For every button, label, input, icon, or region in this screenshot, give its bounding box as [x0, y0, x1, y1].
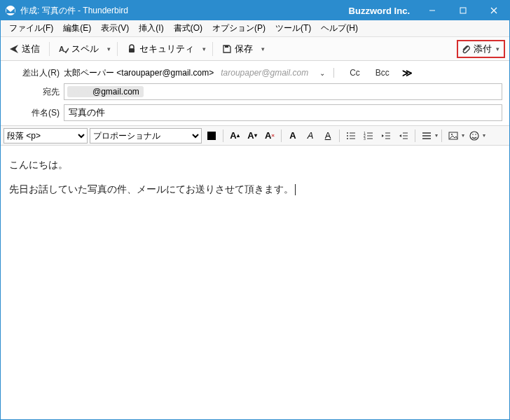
remove-format-button[interactable]: A× [262, 128, 277, 144]
send-button[interactable]: 送信 [5, 40, 44, 58]
headers-panel: 差出人(R) 太郎ペーパー <taroupaper@gmail.com> tar… [1, 61, 509, 126]
svg-rect-7 [225, 46, 228, 48]
svg-text:A: A [59, 45, 64, 53]
from-value[interactable]: 太郎ペーパー <taroupaper@gmail.com> [64, 67, 214, 79]
toolbar: 送信 A スペル ▾ セキュリティ ▾ 保存 ▾ 添付 ▾ [1, 37, 509, 61]
security-dropdown[interactable]: ▾ [201, 46, 207, 52]
body-line: 先日お話していた写真の件、メールにてお送りさせて頂きます。 [9, 180, 501, 199]
subject-input[interactable] [64, 104, 502, 121]
text-color-button[interactable] [204, 128, 219, 144]
menu-help[interactable]: ヘルプ(H) [317, 21, 362, 36]
minimize-button[interactable] [417, 1, 448, 20]
emoji-button[interactable] [467, 128, 482, 144]
close-button[interactable] [478, 1, 509, 20]
save-label: 保存 [235, 43, 253, 55]
body-line: こんにちは。 [9, 155, 501, 174]
menu-file[interactable]: ファイル(F) [5, 21, 57, 36]
spell-button[interactable]: A スペル [55, 40, 103, 58]
separator [339, 130, 340, 142]
recipient-pill[interactable]: xxxxx@gmail.com [67, 86, 144, 97]
window-title: 作成: 写真の件 - Thunderbird [20, 5, 128, 17]
svg-point-32 [470, 132, 478, 140]
align-dropdown[interactable]: ▾ [435, 132, 438, 139]
svg-point-31 [451, 134, 453, 135]
from-dropdown[interactable]: ⌄ [319, 69, 325, 77]
attach-button[interactable]: 添付 ▾ [457, 40, 505, 58]
svg-point-34 [475, 134, 476, 135]
cc-button[interactable]: Cc [345, 66, 364, 79]
svg-point-11 [347, 135, 348, 136]
to-input[interactable]: xxxxx@gmail.com [64, 83, 502, 100]
separator [441, 130, 442, 142]
titlebar: 作成: 写真の件 - Thunderbird Buzzword Inc. [1, 1, 509, 20]
svg-rect-6 [129, 48, 135, 52]
menu-tools[interactable]: ツール(T) [271, 21, 315, 36]
from-grayed: taroupaper@gmail.com [221, 68, 308, 78]
bullet-list-button[interactable] [343, 128, 359, 144]
svg-point-9 [347, 132, 348, 134]
font-size-decrease-button[interactable]: A▾ [244, 128, 260, 144]
attach-dropdown[interactable]: ▾ [495, 46, 501, 52]
from-label: 差出人(R) [8, 67, 60, 79]
separator [333, 68, 334, 78]
align-button[interactable] [419, 128, 434, 144]
svg-point-13 [347, 138, 348, 139]
number-list-button[interactable]: 123 [361, 128, 376, 144]
menu-insert[interactable]: 挿入(I) [135, 21, 167, 36]
from-row: 差出人(R) 太郎ペーパー <taroupaper@gmail.com> tar… [8, 66, 502, 79]
menu-format[interactable]: 書式(O) [170, 21, 207, 36]
menubar: ファイル(F) 編集(E) 表示(V) 挿入(I) 書式(O) オプション(P)… [1, 20, 509, 37]
to-row: 宛先 xxxxx@gmail.com [8, 83, 502, 100]
save-dropdown[interactable]: ▾ [260, 46, 266, 52]
message-body[interactable]: こんにちは。 先日お話していた写真の件、メールにてお送りさせて頂きます。 [1, 146, 509, 412]
separator [223, 130, 223, 142]
more-headers-button[interactable]: ≫ [402, 67, 413, 78]
to-label[interactable]: 宛先 [8, 86, 60, 98]
send-label: 送信 [22, 43, 40, 55]
app-icon [5, 5, 16, 16]
insert-dropdown[interactable]: ▾ [462, 132, 464, 139]
brand-label: Buzzword Inc. [349, 6, 417, 16]
menu-edit[interactable]: 編集(E) [59, 21, 95, 36]
recipient-text: @gmail.com [92, 87, 139, 97]
spell-label: スペル [71, 43, 99, 55]
spell-dropdown[interactable]: ▾ [106, 46, 112, 52]
save-button[interactable]: 保存 [218, 40, 257, 58]
italic-button[interactable]: A [303, 128, 318, 144]
svg-rect-2 [460, 8, 466, 13]
font-size-increase-button[interactable]: A▴ [227, 128, 242, 144]
bold-button[interactable]: A [285, 128, 301, 144]
separator [49, 42, 50, 56]
separator [117, 42, 118, 56]
font-select[interactable]: プロポーショナル [90, 128, 202, 144]
subject-row: 件名(S) [8, 104, 502, 121]
svg-text:3: 3 [364, 136, 366, 141]
insert-image-button[interactable] [446, 128, 461, 144]
maximize-button[interactable] [448, 1, 478, 20]
window-controls [417, 1, 509, 20]
indent-button[interactable] [396, 128, 411, 144]
bcc-button[interactable]: Bcc [371, 66, 394, 79]
outdent-button[interactable] [378, 128, 394, 144]
svg-rect-8 [207, 132, 216, 140]
svg-point-33 [472, 134, 474, 135]
underline-button[interactable]: A [320, 128, 336, 144]
separator [281, 130, 282, 142]
security-button[interactable]: セキュリティ [123, 40, 198, 58]
security-label: セキュリティ [139, 43, 194, 55]
text-cursor [295, 184, 296, 195]
paragraph-select[interactable]: 段落 <p> [4, 128, 88, 144]
attach-label: 添付 [474, 43, 492, 55]
separator [212, 42, 213, 56]
separator [415, 130, 415, 142]
format-toolbar: 段落 <p> プロポーショナル A▴ A▾ A× A A A 123 ▾ ▾ ▾ [1, 126, 509, 146]
menu-view[interactable]: 表示(V) [97, 21, 133, 36]
subject-label: 件名(S) [8, 107, 60, 119]
emoji-dropdown[interactable]: ▾ [483, 132, 485, 139]
menu-options[interactable]: オプション(P) [208, 21, 270, 36]
